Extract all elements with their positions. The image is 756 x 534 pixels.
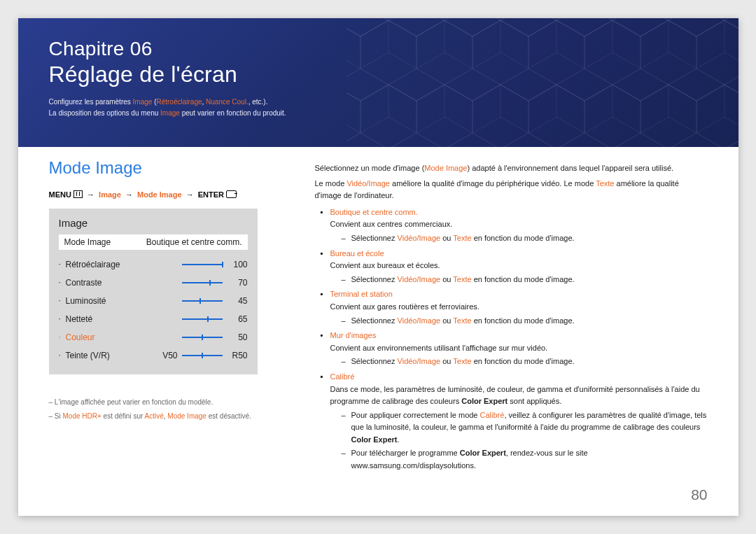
mode-item: Boutique et centre comm.Convient aux cen…: [315, 206, 708, 245]
settings-list: Rétroéclairage100Contraste70Luminosité45…: [59, 255, 248, 346]
intro-paragraph: Sélectionnez un mode d'image (Mode Image…: [315, 162, 708, 175]
setting-label: Netteté: [59, 314, 182, 324]
mode-item: Bureau et écoleConvient aux bureaux et é…: [315, 248, 708, 286]
slider: [182, 282, 223, 283]
mode-sub-list: Pour appliquer correctement le mode Cali…: [330, 409, 708, 472]
mode-list: Boutique et centre comm.Convient aux cen…: [315, 206, 708, 472]
setting-row: Contraste70: [59, 274, 248, 292]
slider: [182, 300, 223, 302]
setting-row: Couleur50: [59, 328, 248, 346]
menu-icon: [74, 190, 83, 198]
setting-tint: Teinte (V/R) V50 R50: [59, 346, 248, 365]
page-number: 80: [691, 486, 707, 503]
setting-label: Rétroéclairage: [59, 260, 182, 269]
slider: [182, 264, 223, 265]
mode-label: Mode Image: [64, 237, 111, 247]
right-column: Sélectionnez un mode d'image (Mode Image…: [315, 158, 708, 495]
mode-sub-item: Pour télécharger le programme Color Expe…: [342, 447, 708, 472]
setting-value: 70: [230, 278, 248, 288]
mode-item: Terminal et stationConvient aux gares ro…: [315, 288, 708, 327]
footnote: – L'image affichée peut varier en foncti…: [49, 395, 298, 409]
document-page: Chapitre 06 Réglage de l'écran Configure…: [18, 18, 738, 516]
setting-value: 45: [230, 296, 248, 306]
panel-title: Image: [59, 217, 248, 229]
left-column: Mode Image MENU → Image → Mode Image → E…: [49, 158, 298, 495]
mode-item: Mur d'imagesConvient aux environnements …: [315, 330, 708, 368]
mode-item-head: Terminal et station: [330, 290, 393, 298]
mode-sub-list: Sélectionnez Vidéo/Image ou Texte en fon…: [330, 356, 708, 368]
tint-left-value: V50: [151, 351, 178, 360]
osd-panel: Image Mode Image Boutique et centre comm…: [49, 209, 258, 374]
mode-sub-item: Sélectionnez Vidéo/Image ou Texte en fon…: [342, 274, 708, 286]
mode-value: Boutique et centre comm.: [146, 237, 242, 247]
content-body: Mode Image MENU → Image → Mode Image → E…: [49, 158, 708, 495]
mode-item-desc: Dans ce mode, les paramètres de luminosi…: [330, 385, 700, 406]
chapter-subtitle-1: Configurez les paramètres Image (Rétroéc…: [49, 97, 268, 108]
header-cubes-decor: [346, 18, 738, 147]
mode-sub-item: Sélectionnez Vidéo/Image ou Texte en fon…: [342, 315, 708, 328]
mode-sub-item: Sélectionnez Vidéo/Image ou Texte en fon…: [342, 356, 708, 368]
mode-sub-item: Sélectionnez Vidéo/Image ou Texte en fon…: [342, 232, 708, 245]
slider: [182, 355, 223, 356]
mode-item-head: Mur d'images: [330, 331, 377, 339]
slider: [182, 337, 223, 338]
mode-sub-list: Sélectionnez Vidéo/Image ou Texte en fon…: [330, 232, 708, 245]
svg-rect-3: [346, 18, 738, 147]
chapter-title: Réglage de l'écran: [49, 62, 237, 87]
setting-row: Rétroéclairage100: [59, 255, 248, 274]
setting-row: Netteté65: [59, 310, 248, 328]
intro-paragraph: Le mode Vidéo/Image améliore la qualité …: [315, 178, 708, 202]
mode-sub-list: Sélectionnez Vidéo/Image ou Texte en fon…: [330, 315, 708, 328]
tint-right-value: R50: [230, 351, 248, 360]
setting-label: Teinte (V/R): [59, 351, 151, 360]
mode-item-desc: Convient aux centres commerciaux.: [330, 220, 453, 228]
mode-item-head: Bureau et école: [330, 249, 384, 258]
mode-item-head: Calibré: [330, 372, 355, 381]
setting-label: Contraste: [59, 278, 182, 288]
setting-value: 50: [230, 332, 248, 342]
chapter-subtitle-2: La disposition des options du menu Image…: [49, 108, 286, 119]
mode-item-desc: Convient aux bureaux et écoles.: [330, 261, 440, 269]
mode-item-head: Boutique et centre comm.: [330, 208, 418, 216]
chapter-number: Chapitre 06: [49, 38, 153, 60]
chapter-header: Chapitre 06 Réglage de l'écran Configure…: [18, 18, 738, 147]
slider: [182, 318, 223, 320]
mode-sub-list: Sélectionnez Vidéo/Image ou Texte en fon…: [330, 274, 708, 286]
footnotes: – L'image affichée peut varier en foncti…: [49, 395, 298, 423]
mode-sub-item: Pour appliquer correctement le mode Cali…: [342, 409, 708, 447]
mode-row: Mode Image Boutique et centre comm.: [59, 234, 248, 250]
enter-icon: [226, 190, 237, 198]
mode-item-desc: Convient aux environnements utilisant l'…: [330, 344, 548, 352]
setting-value: 65: [230, 314, 248, 324]
mode-item-desc: Convient aux gares routières et ferrovia…: [330, 302, 479, 311]
setting-label: Couleur: [59, 332, 182, 342]
mode-item-calibre: CalibréDans ce mode, les paramètres de l…: [315, 371, 708, 472]
setting-label: Luminosité: [59, 296, 182, 306]
footnote: – Si Mode HDR+ est défini sur Activé, Mo…: [49, 409, 298, 423]
section-heading: Mode Image: [49, 158, 298, 178]
menu-breadcrumb: MENU → Image → Mode Image → ENTER: [49, 190, 298, 199]
setting-value: 100: [230, 260, 248, 269]
setting-row: Luminosité45: [59, 292, 248, 310]
